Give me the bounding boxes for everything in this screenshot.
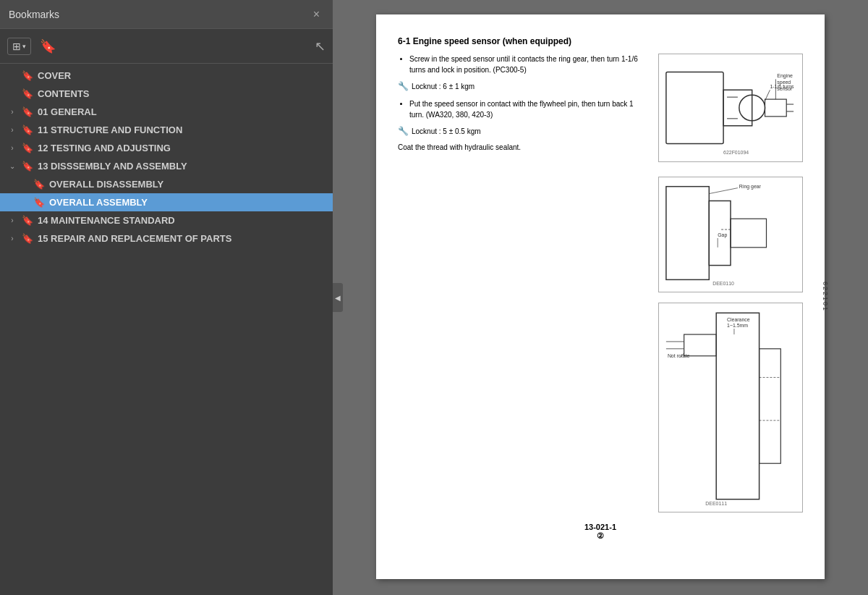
svg-rect-17 <box>731 219 767 248</box>
collapse-arrow-icon: ◀ <box>335 294 341 302</box>
bookmark-icon-button[interactable]: 🔖 <box>35 36 60 56</box>
bookmark-label-contents: CONTENTS <box>38 88 90 99</box>
bookmark-icon-12: 🔖 <box>22 143 33 153</box>
expand-icon-01: › <box>7 108 17 116</box>
svg-rect-0 <box>666 72 723 144</box>
bookmark-icon-15: 🔖 <box>22 233 33 244</box>
bookmark-label-15: 15 REPAIR AND REPLACEMENT OF PARTS <box>38 233 231 244</box>
expand-icon-15: › <box>7 235 17 242</box>
svg-text:1~1.5mm: 1~1.5mm <box>727 323 748 328</box>
svg-rect-28 <box>760 348 781 463</box>
sidebar-title: Bookmarks <box>9 9 59 20</box>
bookmark-label-13: 13 DISSSEMBLY AND ASSEMBLY <box>38 161 187 172</box>
bookmarks-sidebar: Bookmarks × ⊞ ▾ 🔖 ↖ 🔖 COVER 🔖 CONTENTS › <box>0 0 333 595</box>
bookmark-icon: 🔖 <box>40 39 56 54</box>
bookmark-icon-13: 🔖 <box>22 161 33 172</box>
side-label: 622101 <box>822 282 829 312</box>
svg-text:Clearance: Clearance <box>727 317 750 322</box>
diagram-3: Clearance 1~1.5mm Not rotate DEE0111 <box>658 303 803 512</box>
diagram-2: Ring gear Gap DEE0110 <box>658 177 803 292</box>
text-block-1: Screw in the speed sensor until it conta… <box>398 54 644 162</box>
bookmark-icon-01: 🔖 <box>22 106 33 117</box>
cursor-indicator: ↖ <box>315 38 326 54</box>
content-row-3: Clearance 1~1.5mm Not rotate DEE0111 <box>398 303 803 512</box>
page-num-text: 13-021-1 <box>584 523 616 531</box>
wrench-icon-2: 🔧 <box>398 125 409 138</box>
expand-icon-11: › <box>7 126 17 134</box>
bookmark-icon-cover: 🔖 <box>22 70 33 81</box>
spacer-3 <box>398 303 644 512</box>
expand-icon-13: ⌄ <box>7 162 17 170</box>
expand-icon-14: › <box>7 216 17 224</box>
diagram-1: 1-1/6 turns Engine speed sensor 622F0109… <box>658 54 803 162</box>
bookmark-list: 🔖 COVER 🔖 CONTENTS › 🔖 01 GENERAL › 🔖 11… <box>0 64 333 595</box>
svg-line-19 <box>709 187 738 193</box>
bookmark-label-11: 11 STRUCTURE AND FUNCTION <box>38 125 182 135</box>
svg-text:Gap: Gap <box>718 232 727 237</box>
bookmark-item-14[interactable]: › 🔖 14 MAINTENANCE STANDARD <box>0 211 333 229</box>
bookmark-icon-overall-assembly: 🔖 <box>33 197 45 208</box>
bookmark-item-01-general[interactable]: › 🔖 01 GENERAL <box>0 103 333 121</box>
svg-text:622F01094: 622F01094 <box>723 150 749 155</box>
dropdown-arrow-icon: ▾ <box>22 43 26 50</box>
grid-view-button[interactable]: ⊞ ▾ <box>7 38 31 55</box>
bookmark-icon-overall-disassembly: 🔖 <box>33 179 45 190</box>
note-1: 🔧 Locknut : 6 ± 1 kgm <box>398 80 644 93</box>
bookmark-label-12: 12 TESTING AND ADJUSTING <box>38 143 171 153</box>
bookmark-item-overall-disassembly[interactable]: 🔖 OVERALL DISASSEMBLY <box>0 175 333 193</box>
bookmark-label-overall-disassembly: OVERALL DISASSEMBLY <box>49 179 163 190</box>
bookmark-item-11[interactable]: › 🔖 11 STRUCTURE AND FUNCTION <box>0 121 333 139</box>
page-sub-text: ② <box>597 531 604 540</box>
bookmark-icon-14: 🔖 <box>22 215 33 226</box>
bookmark-label-01: 01 GENERAL <box>38 106 97 117</box>
svg-text:Engine: Engine <box>777 73 793 79</box>
bookmark-item-contents[interactable]: 🔖 CONTENTS <box>0 85 333 103</box>
note-text-2: Locknut : 5 ± 0.5 kgm <box>412 126 481 137</box>
bullet-1: Screw in the speed sensor until it conta… <box>409 54 644 75</box>
bookmark-label-14: 14 MAINTENANCE STANDARD <box>38 215 175 226</box>
svg-text:Ring gear: Ring gear <box>739 183 762 189</box>
bookmark-item-13[interactable]: ⌄ 🔖 13 DISSSEMBLY AND ASSEMBLY <box>0 157 333 175</box>
svg-text:speed: speed <box>777 80 791 85</box>
svg-text:sensor: sensor <box>777 86 792 91</box>
bookmark-icon-11: 🔖 <box>22 125 33 135</box>
document-page: 6-1 Engine speed sensor (when equipped) … <box>376 14 825 579</box>
svg-text:Not rotate: Not rotate <box>668 353 690 358</box>
svg-rect-24 <box>716 313 759 499</box>
bookmark-item-overall-assembly[interactable]: 🔖 OVERALL ASSEMBLY <box>0 193 333 211</box>
main-content-area: 6-1 Engine speed sensor (when equipped) … <box>333 0 868 595</box>
sidebar-toolbar: ⊞ ▾ 🔖 ↖ <box>0 29 333 64</box>
content-row-2: Ring gear Gap DEE0110 <box>398 177 803 292</box>
grid-icon: ⊞ <box>12 41 21 52</box>
bookmark-item-cover[interactable]: 🔖 COVER <box>0 67 333 85</box>
page-number: 13-021-1 ② <box>398 523 803 541</box>
note-2: 🔧 Locknut : 5 ± 0.5 kgm <box>398 125 644 138</box>
section-title: 6-1 Engine speed sensor (when equipped) <box>398 36 803 46</box>
spacer-2 <box>398 177 644 292</box>
bookmark-item-12[interactable]: › 🔖 12 TESTING AND ADJUSTING <box>0 139 333 157</box>
svg-rect-15 <box>666 186 709 279</box>
bookmark-item-15[interactable]: › 🔖 15 REPAIR AND REPLACEMENT OF PARTS <box>0 229 333 248</box>
svg-rect-5 <box>765 99 787 117</box>
collapse-sidebar-button[interactable]: ◀ <box>333 283 343 312</box>
bookmark-icon-contents: 🔖 <box>22 88 33 99</box>
wrench-icon-1: 🔧 <box>398 80 409 93</box>
bullet-2: Put the speed sensor in contact with the… <box>409 98 644 120</box>
note-text-1: Locknut : 6 ± 1 kgm <box>412 81 475 92</box>
content-row-1: Screw in the speed sensor until it conta… <box>398 54 803 162</box>
svg-text:DEE0110: DEE0110 <box>712 281 734 286</box>
bookmark-label-cover: COVER <box>38 70 71 81</box>
svg-text:DEE0111: DEE0111 <box>705 500 727 505</box>
expand-icon-12: › <box>7 144 17 152</box>
note-3: Coat the thread with hydraulic sealant. <box>398 142 644 153</box>
sidebar-header: Bookmarks × <box>0 0 333 29</box>
close-button[interactable]: × <box>309 7 324 22</box>
bookmark-label-overall-assembly: OVERALL ASSEMBLY <box>49 197 148 208</box>
